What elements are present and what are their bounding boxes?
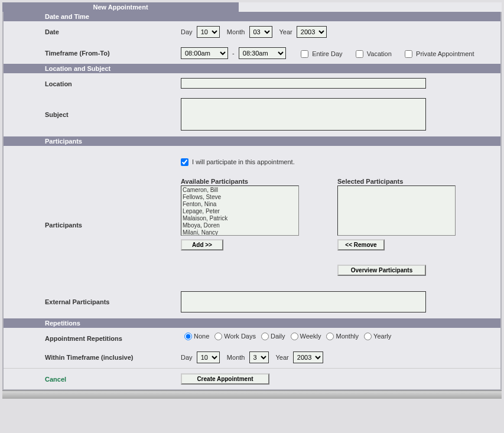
label-external: External Participants (4, 291, 181, 305)
private-checkbox[interactable] (405, 50, 412, 58)
list-item[interactable]: Milani, Nancy (183, 229, 297, 236)
time-from-select[interactable]: 08:00am (181, 47, 228, 59)
section-date-time: Date and Time (4, 12, 500, 21)
section-location-subject: Location and Subject (4, 64, 500, 73)
private-label: Private Appointment (416, 50, 474, 57)
location-input[interactable] (181, 78, 426, 89)
dash: - (232, 50, 235, 57)
rep-workdays-label: Work Days (224, 333, 256, 340)
rep-workdays-radio[interactable] (214, 333, 222, 340)
cancel-link[interactable]: Cancel (45, 376, 66, 383)
label-timeframe: Timeframe (From-To) (4, 47, 181, 57)
create-button[interactable]: Create Appointment (181, 373, 269, 385)
i-participate-label: I will participate in this appointment. (192, 158, 295, 165)
vacation-label: Vacation (367, 50, 392, 57)
rep-none-label: None (194, 333, 209, 340)
list-item[interactable]: Lepage, Peter (183, 208, 297, 215)
date-month-select[interactable]: 03 (249, 26, 272, 38)
within-year-label: Year (276, 354, 289, 361)
label-year: Year (279, 28, 292, 35)
date-year-select[interactable]: 2003 (297, 26, 327, 38)
rep-daily-label: Daily (271, 333, 285, 340)
rep-monthly-radio[interactable] (326, 333, 334, 340)
date-day-select[interactable]: 10 (197, 26, 220, 38)
selected-listbox[interactable] (337, 185, 456, 236)
list-item[interactable]: Cameron, Bill (183, 187, 297, 194)
time-to-select[interactable]: 08:30am (239, 47, 286, 59)
list-item[interactable]: Fellows, Steve (183, 194, 297, 201)
entire-day-label: Entire Day (312, 50, 342, 57)
entire-day-checkbox[interactable] (301, 50, 308, 58)
label-subject: Subject (4, 98, 181, 118)
label-day: Day (181, 28, 193, 35)
rep-monthly-label: Monthly (336, 333, 359, 340)
rep-weekly-label: Weekly (300, 333, 321, 340)
selected-title: Selected Participants (337, 178, 456, 185)
label-repetitions: Appointment Repetitions (4, 333, 181, 342)
rep-daily-radio[interactable] (261, 333, 269, 340)
available-listbox[interactable]: Cameron, BillFellows, SteveFenton, NinaL… (181, 185, 299, 236)
vacation-checkbox[interactable] (356, 50, 363, 58)
label-within: Within Timeframe (inclusive) (4, 351, 181, 361)
within-month-label: Month (227, 354, 245, 361)
add-button[interactable]: Add >> (181, 239, 223, 250)
rep-none-radio[interactable] (184, 333, 192, 340)
rep-yearly-label: Yearly (373, 333, 391, 340)
available-title: Available Participants (181, 178, 299, 185)
within-day-label: Day (181, 354, 193, 361)
section-participants: Participants (4, 136, 500, 146)
within-year-select[interactable]: 2003 (293, 351, 323, 363)
list-item[interactable]: Mboya, Doren (183, 222, 297, 229)
section-repetitions: Repetitions (4, 318, 500, 328)
subject-textarea[interactable] (181, 98, 426, 131)
rep-yearly-radio[interactable] (364, 333, 372, 340)
i-participate-checkbox[interactable] (181, 158, 188, 166)
remove-button[interactable]: << Remove (337, 239, 385, 250)
overview-button[interactable]: Overview Participants (337, 265, 426, 276)
label-participants: Participants (4, 178, 181, 229)
within-day-select[interactable]: 10 (197, 351, 220, 363)
within-month-select[interactable]: 3 (249, 351, 269, 363)
label-location: Location (4, 78, 181, 87)
list-item[interactable]: Fenton, Nina (183, 201, 297, 208)
status-bar (2, 390, 502, 399)
external-textarea[interactable] (181, 291, 426, 312)
rep-weekly-radio[interactable] (291, 333, 298, 340)
label-date: Date (4, 26, 181, 35)
tab-new-appointment[interactable]: New Appointment (2, 2, 239, 12)
label-month: Month (227, 28, 245, 35)
list-item[interactable]: Malaison, Patrick (183, 215, 297, 222)
